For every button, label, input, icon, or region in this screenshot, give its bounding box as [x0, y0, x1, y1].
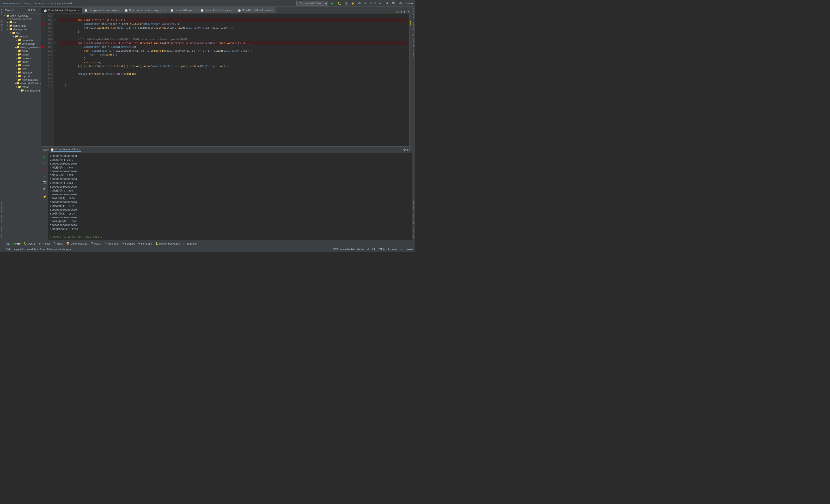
breadcrumb-thread[interactable]: thread: [64, 2, 71, 5]
right-sidebar-aws[interactable]: AWS Toolkit: [412, 212, 415, 226]
run-button[interactable]: ▶: [330, 1, 335, 6]
tree-item-demo-code[interactable]: ▾ 📁 demo_code: [3, 27, 41, 31]
tree-item-idea[interactable]: ▸ 📁 idea: [3, 20, 41, 24]
right-sidebar-sciview[interactable]: SciView: [412, 48, 415, 59]
tree-item-src[interactable]: ▾ 📁 src: [3, 31, 41, 35]
editor-scrollbar[interactable]: [409, 13, 412, 146]
toolbar-terminal[interactable]: >_ Terminal: [181, 242, 198, 246]
tab-close-newthread[interactable]: ✕: [163, 9, 165, 11]
right-sidebar-notifications[interactable]: Notifications: [412, 197, 415, 212]
tree-item-entity[interactable]: ▸ 📁 entity: [3, 49, 41, 53]
rerun-btn[interactable]: ↺: [42, 160, 47, 166]
tab-completable[interactable]: ☕ CompletableFuture.java ✕: [82, 7, 122, 13]
tab-simplewn[interactable]: ☕ SimpleWN.java ✕: [168, 7, 198, 13]
sidebar-pull-requests[interactable]: Pull Requests: [0, 18, 3, 34]
tree-item-thread[interactable]: ▾ 📁 thread: [3, 85, 41, 89]
settings-run-btn[interactable]: ⚙: [403, 148, 406, 152]
close-icon[interactable]: —: [36, 8, 39, 11]
fold-110[interactable]: ▾: [54, 49, 57, 53]
fold-108[interactable]: ▾: [54, 41, 57, 45]
run-again-btn[interactable]: ▶: [42, 154, 47, 159]
fold-102[interactable]: ▾: [54, 18, 57, 22]
settings-button[interactable]: ⚙: [357, 1, 362, 6]
branch-name[interactable]: master: [406, 248, 413, 251]
breadcrumb-code-everyday[interactable]: code_everyday: [2, 2, 20, 5]
sidebar-commit[interactable]: Commit: [0, 7, 3, 18]
tab-newthread[interactable]: ☕ NewThreadDomnDemo.java ✕: [122, 7, 168, 13]
toolbar-problems[interactable]: ⚠ Problems: [103, 242, 120, 246]
encoding-status[interactable]: UTF-8: [378, 248, 384, 251]
tree-item-other[interactable]: ▸ 📁 other.printSchema: [3, 82, 41, 85]
tab-close-stopthread[interactable]: ✕: [271, 9, 273, 11]
run-config-selector[interactable]: CumulativeAddition: [296, 1, 328, 6]
toolbar-python-packages[interactable]: 🐍 Python Packages: [154, 242, 181, 246]
tree-item-design[interactable]: ▸ 📁 design_pattern.strategy.cal: [3, 45, 41, 49]
toolbar-todo[interactable]: ☑ TODO: [89, 242, 103, 246]
tree-item-demo-algo[interactable]: ▸ 📁 demo_algo: [3, 24, 41, 27]
toolbar-profiler[interactable]: ◎ Profiler: [37, 242, 52, 246]
filter-btn[interactable]: ⚡: [42, 194, 47, 199]
sidebar-aws[interactable]: AWS Toolkit: [0, 225, 3, 240]
tree-item-root[interactable]: ▾ 📁 code_everyday: [3, 14, 41, 18]
code-content[interactable]: for (int i = 1; i <= m; i++) { BigIntege…: [57, 13, 409, 146]
tree-item-annotation[interactable]: ▸ 📁 annotation: [3, 38, 41, 42]
coverage-button[interactable]: ◎: [344, 1, 349, 6]
tree-item-global[interactable]: ▸ 📁 global: [3, 53, 41, 56]
revert-button[interactable]: ↩: [378, 1, 383, 6]
toolbar-sonarlint[interactable]: ◈ SonarLint: [137, 242, 154, 246]
toolbar-run[interactable]: ▶ Run: [11, 242, 22, 246]
collapse-icon[interactable]: ≡: [31, 8, 32, 11]
breadcrumb-src[interactable]: src: [41, 2, 45, 5]
profile-button[interactable]: ⚡: [350, 1, 355, 6]
tab-close-simplewn[interactable]: ✕: [194, 9, 195, 11]
sidebar-bookmarks[interactable]: Bookmarks: [0, 200, 3, 213]
search-button[interactable]: 🔍: [391, 1, 396, 6]
right-sidebar-wordbook[interactable]: Word Book: [412, 226, 415, 240]
resume-btn[interactable]: ≡: [42, 173, 47, 178]
tab-close-cumulative[interactable]: ✕: [77, 9, 79, 12]
tree-item-leetcode[interactable]: ▸ 📁 leetcode: [3, 71, 41, 74]
settings-icon[interactable]: ⚙: [33, 8, 36, 11]
tree-item-new-features[interactable]: ▸ 📁 new_features: [3, 78, 41, 82]
right-sidebar-endpoints[interactable]: Endpoints: [412, 7, 415, 19]
tree-item-ifkiller[interactable]: ▸ 📁 ifkiller: [3, 60, 41, 63]
bp-line-102[interactable]: [41, 22, 45, 26]
bp-line-108[interactable]: [41, 45, 45, 49]
breadcrumb-com[interactable]: com: [49, 2, 54, 5]
tree-item-badsuspend[interactable]: ▸ 📁 BadSuspend: [3, 89, 41, 92]
right-sidebar-database[interactable]: Database: [412, 19, 415, 31]
run-tab-close[interactable]: ✕: [79, 148, 81, 151]
tree-item-connection[interactable]: ▸ 📁 connection: [3, 42, 41, 45]
sidebar-structure[interactable]: Structure: [0, 213, 3, 225]
camera-btn[interactable]: 📷: [42, 179, 47, 185]
run-panel-active-tab[interactable]: ☕ CumulativeAddition ✕: [51, 148, 81, 152]
right-sidebar-bigdata[interactable]: Big Data Tools: [412, 31, 415, 48]
expand-run-btn[interactable]: ⊡: [407, 148, 410, 152]
breadcrumb-wy[interactable]: wy: [57, 2, 60, 5]
tree-item-mycode[interactable]: ▸ 📁 mycode: [3, 74, 41, 78]
tab-close-completable[interactable]: ✕: [118, 9, 120, 11]
scroll-up-btn[interactable]: ▲: [403, 10, 406, 13]
scroll-down-btn[interactable]: ▼: [407, 10, 410, 13]
breadcrumb-demo-code[interactable]: demo_code: [24, 2, 37, 5]
run-output[interactable]: 25000125000000000 20线程耗时: 2079 500000005…: [48, 153, 412, 240]
translate-button[interactable]: A: [385, 1, 389, 6]
toolbar-services[interactable]: ⚙ Services: [120, 242, 136, 246]
stop-btn[interactable]: ■: [42, 167, 47, 172]
tab-cumulative[interactable]: ☕ CumulativeAddition.java ✕: [41, 7, 82, 13]
toolbar-git[interactable]: ⎇ Git: [1, 242, 11, 246]
tab-stopthread[interactable]: ☕ StopThreadUnsafe.java ✕: [235, 7, 276, 13]
line-sep-status[interactable]: LF: [372, 248, 375, 251]
aws-status[interactable]: AWS: No credentials selected: [333, 248, 364, 251]
tree-item-huaiwei[interactable]: ▸ 📁 huaiwei: [3, 56, 41, 60]
tab-sourcecode[interactable]: ☕ SourceCodeTest.java ✕: [198, 7, 235, 13]
toolbar-dependencies[interactable]: 📦 Dependencies: [65, 242, 89, 246]
locate-icon[interactable]: ⊕: [28, 8, 30, 11]
toolbar-debug[interactable]: 🐛 Debug: [22, 242, 37, 246]
tab-close-sourcecode[interactable]: ✕: [231, 9, 233, 11]
toolbar-build[interactable]: 🔨 Build: [52, 242, 65, 246]
tree-item-comwy[interactable]: ▾ 📁 com.wy: [3, 35, 41, 38]
settings2-button[interactable]: ⚙: [398, 1, 403, 6]
print-btn[interactable]: 🖨: [42, 185, 47, 191]
indent-status[interactable]: 4 spaces: [387, 248, 397, 251]
